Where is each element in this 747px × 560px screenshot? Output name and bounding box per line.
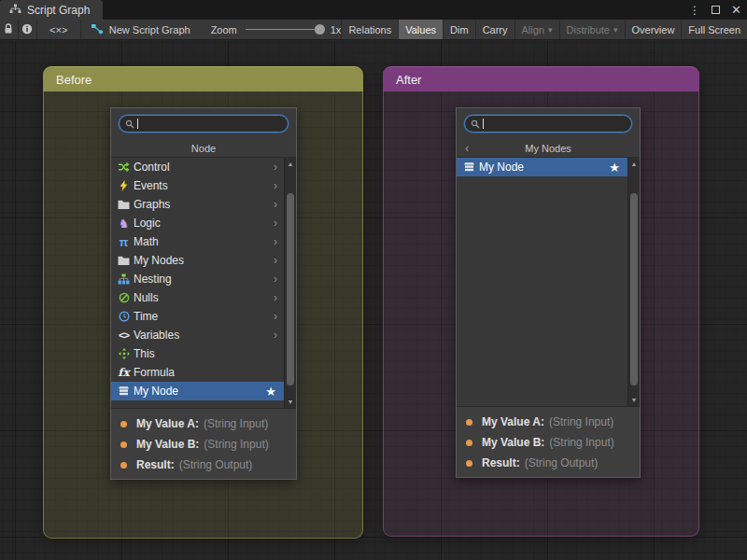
- finder-item-my-node[interactable]: My Node★: [457, 158, 627, 176]
- scrollbar[interactable]: ▲ ▼: [284, 158, 296, 408]
- lock-icon: [4, 23, 13, 36]
- folder-icon: [116, 256, 132, 266]
- text-caret: [137, 119, 138, 129]
- chevron-right-icon: ›: [274, 273, 281, 286]
- window-controls: ⋮ ✕: [689, 0, 741, 20]
- finder-item-nulls[interactable]: Nulls›: [111, 288, 284, 307]
- toolbar-button-label: Align: [522, 24, 544, 35]
- port-dot-icon: [120, 462, 127, 469]
- maximize-icon[interactable]: [712, 6, 720, 14]
- node-icon: [461, 161, 477, 173]
- null-icon: [116, 292, 132, 303]
- toolbar-button-dim[interactable]: Dim: [443, 20, 475, 39]
- toolbar-button-label: Dim: [450, 24, 469, 35]
- port-type: (String Output): [525, 456, 599, 469]
- zoom-slider[interactable]: [246, 29, 322, 30]
- toolbar: <×> New Script Graph Zoom 1x RelationsVa…: [0, 20, 747, 40]
- finder-item-label: This: [134, 347, 155, 360]
- finder-item-my-node[interactable]: My Node★: [111, 382, 284, 400]
- menu-kebab-icon[interactable]: ⋮: [689, 4, 700, 17]
- toolbar-button-label: Distribute: [567, 24, 610, 35]
- toolbar-button-values[interactable]: Values: [398, 20, 443, 39]
- finder-item-label: My Node: [479, 161, 524, 174]
- finder-item-this[interactable]: This: [111, 344, 284, 363]
- group-before-header[interactable]: Before: [43, 66, 363, 91]
- new-script-graph-button[interactable]: New Script Graph: [81, 20, 200, 39]
- finder-header: ‹ My Nodes: [457, 139, 640, 158]
- ports-section: My Value A:(String Input)My Value B:(Str…: [457, 406, 640, 477]
- tab-label: Script Graph: [27, 4, 90, 17]
- port-row-my-value-b: My Value B:(String Input): [457, 432, 640, 453]
- finder-item-my-nodes[interactable]: My Nodes›: [111, 251, 284, 270]
- info-button[interactable]: [19, 20, 37, 39]
- finder-item-label: Control: [134, 161, 170, 174]
- scroll-up-icon[interactable]: ▲: [288, 161, 294, 167]
- scrollbar-thumb[interactable]: [287, 193, 294, 385]
- toolbar-button-relations[interactable]: Relations: [341, 20, 398, 39]
- port-label: Result:: [136, 458, 175, 471]
- port-type: (String Input): [549, 436, 613, 449]
- finder-item-formula[interactable]: fxFormula: [111, 363, 284, 382]
- back-chevron-icon[interactable]: ‹: [465, 142, 469, 154]
- math-pi-icon: π: [116, 236, 132, 248]
- toolbar-button-label: Full Screen: [688, 24, 740, 35]
- port-dot-icon: [466, 460, 472, 467]
- finder-item-label: Formula: [134, 366, 175, 379]
- port-type: (String Input): [549, 415, 613, 428]
- logic-knight-icon: ♞: [116, 217, 132, 230]
- clock-icon: [116, 311, 132, 322]
- finder-item-math[interactable]: πMath›: [111, 232, 284, 251]
- search-input[interactable]: [486, 119, 626, 130]
- port-dot-icon: [466, 419, 472, 426]
- port-row-result: Result:(String Output): [457, 453, 640, 473]
- port-label: My Value B:: [482, 436, 544, 449]
- chevron-right-icon: ›: [274, 198, 281, 211]
- favorite-star-icon[interactable]: ★: [609, 161, 625, 175]
- chevron-right-icon: ›: [274, 291, 281, 304]
- finder-item-label: My Nodes: [134, 254, 184, 267]
- close-icon[interactable]: ✕: [731, 3, 741, 17]
- toolbar-button-overview[interactable]: Overview: [625, 20, 682, 39]
- finder-item-nesting[interactable]: Nesting›: [111, 270, 284, 288]
- finder-item-label: Math: [134, 235, 159, 248]
- group-before-title: Before: [56, 73, 92, 87]
- scroll-up-icon[interactable]: ▲: [631, 161, 638, 167]
- finder-item-time[interactable]: Time›: [111, 307, 284, 326]
- finder-item-logic[interactable]: ♞Logic›: [111, 214, 284, 232]
- finder-item-variables[interactable]: <>Variables›: [111, 326, 284, 344]
- lock-button[interactable]: [0, 20, 19, 39]
- graph-canvas[interactable]: Before After Node: [0, 41, 747, 560]
- favorite-star-icon[interactable]: ★: [265, 385, 281, 399]
- port-label: Result:: [482, 456, 520, 469]
- toolbar-button-distribute: Distribute▾: [559, 20, 625, 39]
- finder-item-graphs[interactable]: Graphs›: [111, 195, 284, 214]
- tab-script-graph[interactable]: Script Graph: [0, 0, 103, 20]
- graph-hierarchy-icon: [9, 4, 21, 17]
- scrollbar-thumb[interactable]: [630, 193, 638, 385]
- search-input[interactable]: [141, 119, 282, 130]
- port-dot-icon: [466, 440, 472, 446]
- scroll-down-icon[interactable]: ▼: [288, 399, 294, 405]
- finder-item-label: Logic: [134, 217, 161, 230]
- graph-node-icon: [91, 23, 104, 36]
- port-label: My Value A:: [482, 415, 544, 428]
- search-box[interactable]: [119, 115, 289, 133]
- toolbar-button-full-screen[interactable]: Full Screen: [681, 20, 747, 39]
- toolbar-button-carry[interactable]: Carry: [475, 20, 514, 39]
- chevron-right-icon: ›: [274, 161, 281, 174]
- search-box[interactable]: [464, 115, 632, 133]
- zoom-slider-handle[interactable]: [315, 24, 325, 35]
- finder-item-events[interactable]: Events›: [111, 176, 284, 195]
- port-row-my-value-a: My Value A:(String Input): [111, 413, 296, 434]
- dropdown-arrow-icon: ▾: [548, 25, 553, 35]
- dropdown-arrow-icon: ▾: [613, 25, 618, 35]
- finder-item-label: Graphs: [134, 198, 170, 211]
- scrollbar[interactable]: ▲ ▼: [627, 158, 640, 406]
- group-after-header[interactable]: After: [383, 66, 699, 91]
- code-view-button[interactable]: <×>: [37, 20, 81, 39]
- scroll-down-icon[interactable]: ▼: [631, 397, 638, 403]
- info-icon: [21, 23, 33, 36]
- chevron-right-icon: ›: [274, 217, 281, 230]
- finder-item-control[interactable]: Control›: [111, 158, 284, 176]
- toolbar-button-label: Relations: [348, 24, 391, 35]
